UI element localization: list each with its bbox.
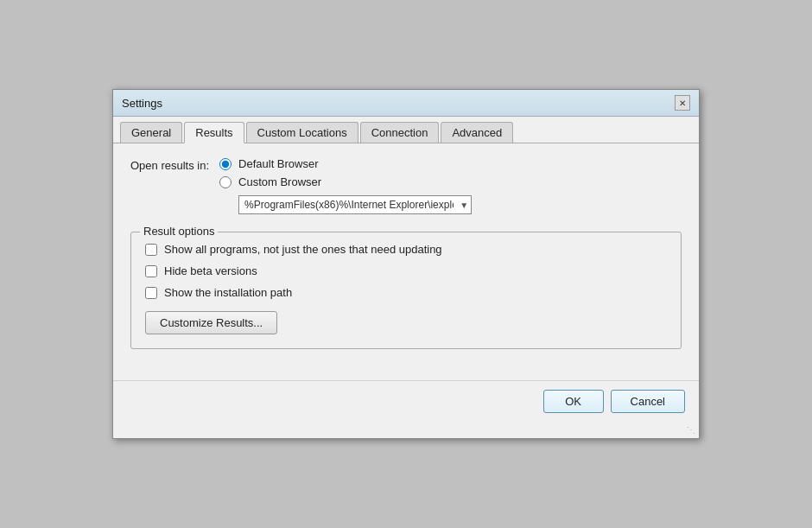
checkbox-hide-beta[interactable]: Hide beta versions — [145, 264, 667, 277]
tab-general[interactable]: General — [120, 122, 182, 143]
dialog-title: Settings — [122, 97, 162, 110]
browser-dropdown-row: %ProgramFiles(x86)%\Internet Explorer\ie… — [238, 195, 472, 214]
checkbox-show-all-label: Show all programs, not just the ones tha… — [164, 243, 442, 256]
tab-connection[interactable]: Connection — [360, 122, 440, 143]
checkbox-hide-beta-label: Hide beta versions — [164, 264, 257, 277]
close-icon: ✕ — [679, 99, 686, 108]
tab-content-results: Open results in: Default Browser Custom … — [113, 143, 699, 380]
checkbox-hide-beta-input[interactable] — [145, 265, 157, 277]
radio-custom-input[interactable] — [219, 176, 232, 188]
open-results-label: Open results in: — [130, 157, 209, 172]
browser-path-select[interactable]: %ProgramFiles(x86)%\Internet Explorer\ie… — [238, 195, 472, 214]
settings-dialog: Settings ✕ General Results Custom Locati… — [112, 89, 700, 439]
resize-grip: ⋱ — [113, 425, 699, 438]
tab-custom-locations[interactable]: Custom Locations — [246, 122, 358, 143]
checkbox-show-install-path[interactable]: Show the installation path — [145, 286, 667, 299]
tab-advanced[interactable]: Advanced — [441, 122, 513, 143]
radio-custom-browser[interactable]: Custom Browser — [219, 175, 472, 188]
open-results-section: Open results in: Default Browser Custom … — [130, 157, 682, 214]
result-options-group: Result options Show all programs, not ju… — [130, 232, 682, 349]
browser-select-wrapper: %ProgramFiles(x86)%\Internet Explorer\ie… — [238, 195, 472, 214]
customize-results-button[interactable]: Customize Results... — [145, 311, 277, 334]
radio-default-label: Default Browser — [238, 157, 318, 170]
tabs-row: General Results Custom Locations Connect… — [113, 117, 699, 143]
checkbox-show-all-input[interactable] — [145, 244, 157, 256]
checkbox-show-install-label: Show the installation path — [164, 286, 292, 299]
radio-default-input[interactable] — [219, 158, 232, 170]
close-button[interactable]: ✕ — [675, 95, 690, 111]
radio-custom-label: Custom Browser — [238, 175, 321, 188]
dialog-buttons: OK Cancel — [113, 380, 699, 425]
checkbox-show-all-programs[interactable]: Show all programs, not just the ones tha… — [145, 243, 667, 256]
checkbox-show-install-input[interactable] — [145, 287, 157, 299]
cancel-button[interactable]: Cancel — [611, 390, 685, 413]
result-options-legend: Result options — [140, 225, 218, 238]
radio-default-browser[interactable]: Default Browser — [219, 157, 472, 170]
tab-results[interactable]: Results — [184, 122, 244, 143]
ok-button[interactable]: OK — [543, 390, 604, 413]
browser-radio-group: Default Browser Custom Browser %ProgramF… — [219, 157, 472, 214]
title-bar: Settings ✕ — [113, 90, 699, 117]
